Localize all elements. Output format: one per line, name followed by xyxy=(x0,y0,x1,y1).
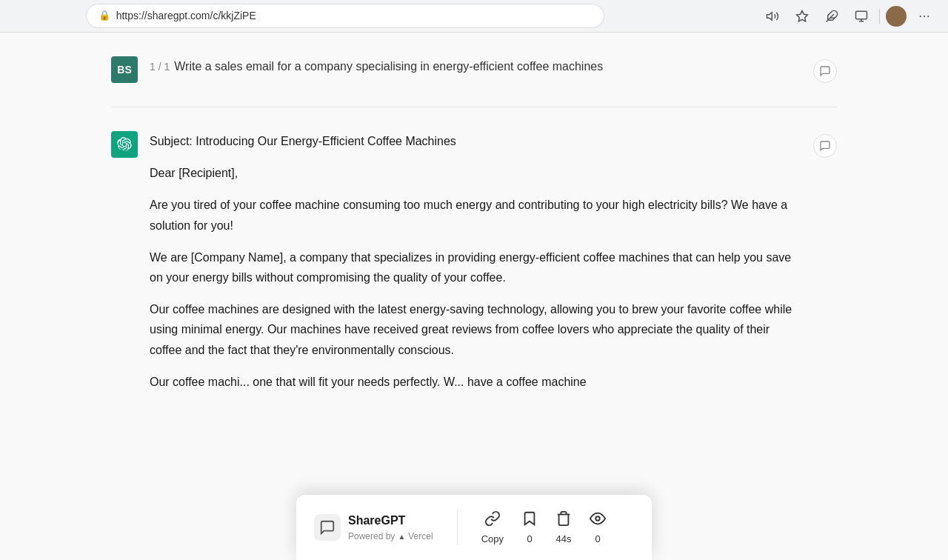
svg-point-8 xyxy=(927,15,929,16)
gpt-message-content: Subject: Introducing Our Energy-Efficien… xyxy=(150,131,801,392)
email-greeting: Dear [Recipient], xyxy=(150,163,801,183)
extensions-button[interactable] xyxy=(820,4,844,28)
email-subject: Subject: Introducing Our Energy-Efficien… xyxy=(150,131,801,151)
prompt-text: Write a sales email for a company specia… xyxy=(174,60,603,73)
svg-marker-0 xyxy=(796,10,807,21)
more-button[interactable] xyxy=(912,4,936,28)
page-content: BS 1 / 1Write a sales email for a compan… xyxy=(67,33,881,416)
svg-rect-3 xyxy=(855,11,867,19)
gpt-response-text: Subject: Introducing Our Energy-Efficien… xyxy=(150,131,801,392)
address-bar[interactable]: 🔒 https://sharegpt.com/c/kkjZiPE xyxy=(86,4,604,27)
svg-point-7 xyxy=(924,15,925,16)
user-message-row: BS 1 / 1Write a sales email for a compan… xyxy=(111,56,837,83)
svg-point-6 xyxy=(920,15,921,16)
read-aloud-button[interactable] xyxy=(761,4,784,28)
gpt-comment-button[interactable] xyxy=(813,134,837,158)
user-prompt-text: 1 / 1Write a sales email for a company s… xyxy=(150,56,801,76)
profile-avatar[interactable] xyxy=(886,6,907,27)
gpt-avatar xyxy=(111,131,138,158)
user-avatar: BS xyxy=(111,56,138,83)
gpt-message-block: Subject: Introducing Our Energy-Efficien… xyxy=(111,107,837,416)
browser-actions xyxy=(761,4,936,28)
user-comment-button[interactable] xyxy=(813,59,837,83)
lock-icon: 🔒 xyxy=(99,8,110,24)
browser-divider xyxy=(879,9,880,24)
gpt-message-row: Subject: Introducing Our Energy-Efficien… xyxy=(111,131,837,392)
email-para-1: Are you tired of your coffee machine con… xyxy=(150,195,801,235)
tab-groups-button[interactable] xyxy=(849,4,873,28)
browser-chrome: 🔒 https://sharegpt.com/c/kkjZiPE xyxy=(0,0,948,33)
prompt-label: 1 / 1 xyxy=(150,61,170,73)
email-para-2: We are [Company Name], a company that sp… xyxy=(150,247,801,287)
user-message-block: BS 1 / 1Write a sales email for a compan… xyxy=(111,33,837,107)
user-message-content: 1 / 1Write a sales email for a company s… xyxy=(150,56,801,76)
email-para-3: Our coffee machines are designed with th… xyxy=(150,299,801,360)
email-para-4: Our coffee machi... one that will fit yo… xyxy=(150,372,801,392)
url-text: https://sharegpt.com/c/kkjZiPE xyxy=(116,7,592,24)
favorites-button[interactable] xyxy=(790,4,814,28)
